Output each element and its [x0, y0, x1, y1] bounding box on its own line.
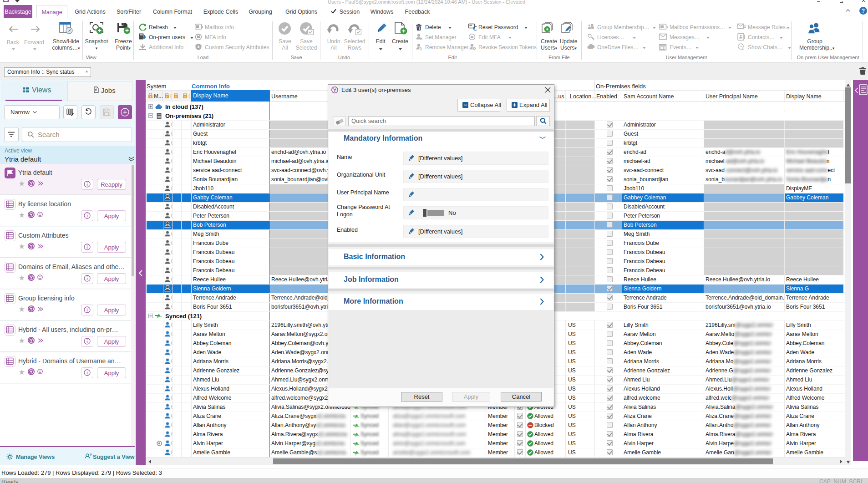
svg-text:?: ?: [862, 8, 865, 14]
